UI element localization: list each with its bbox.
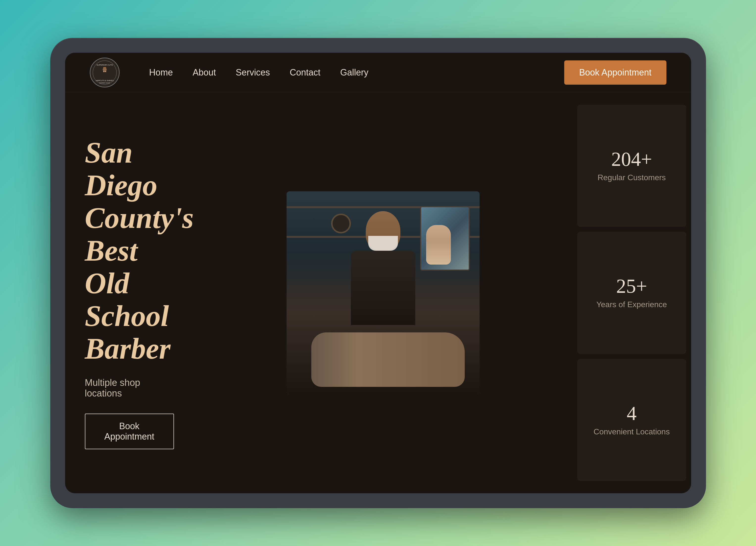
svg-text:HAIRCUTS & SHAVES: HAIRCUTS & SHAVES	[96, 80, 114, 81]
barber-figure	[343, 211, 423, 330]
mirror-prop	[420, 206, 470, 271]
barber-photo	[287, 191, 480, 394]
nav-services[interactable]: Services	[236, 67, 270, 78]
nav-home[interactable]: Home	[149, 67, 173, 78]
nav-about[interactable]: About	[193, 67, 216, 78]
hero-title: San Diego County's Best Old School Barbe…	[85, 136, 174, 365]
mirror-face	[426, 225, 451, 265]
svg-text:BARBER SHOP: BARBER SHOP	[99, 82, 110, 84]
stat-number-customers: 204+	[611, 149, 652, 169]
barber-head	[366, 211, 400, 251]
stat-card-experience: 25+ Years of Experience	[577, 232, 686, 354]
barber-torso	[351, 251, 415, 325]
hero-section: San Diego County's Best Old School Barbe…	[65, 92, 691, 493]
hero-subtitle: Multiple shop locations	[85, 377, 174, 399]
svg-text:SUPERIOR CUTS: SUPERIOR CUTS	[97, 64, 113, 66]
stat-label-experience: Years of Experience	[596, 300, 667, 309]
stat-card-customers: 204+ Regular Customers	[577, 105, 686, 227]
hero-left: San Diego County's Best Old School Barbe…	[65, 92, 194, 493]
svg-point-6	[103, 68, 107, 72]
stat-number-experience: 25+	[616, 276, 647, 296]
tablet-screen: SUPERIOR CUTS HAIRCUTS & SHAVES BARBER S…	[65, 53, 691, 493]
nav-contact[interactable]: Contact	[290, 67, 320, 78]
logo-area: SUPERIOR CUTS HAIRCUTS & SHAVES BARBER S…	[90, 58, 120, 87]
navbar-book-button[interactable]: Book Appointment	[564, 60, 666, 85]
stats-panel: 204+ Regular Customers 25+ Years of Expe…	[572, 92, 691, 493]
tablet-frame: SUPERIOR CUTS HAIRCUTS & SHAVES BARBER S…	[50, 38, 706, 508]
hero-image-area	[194, 92, 572, 493]
hero-book-button[interactable]: Book Appointment	[85, 414, 174, 449]
logo-icon: SUPERIOR CUTS HAIRCUTS & SHAVES BARBER S…	[90, 58, 120, 87]
barber-mask	[368, 236, 398, 251]
stat-number-locations: 4	[627, 403, 637, 423]
navbar: SUPERIOR CUTS HAIRCUTS & SHAVES BARBER S…	[65, 53, 691, 92]
stat-label-customers: Regular Customers	[598, 173, 666, 182]
nav-gallery[interactable]: Gallery	[340, 67, 368, 78]
stat-label-locations: Convenient Locations	[594, 427, 670, 436]
nav-links: Home About Services Contact Gallery	[149, 67, 564, 78]
client-head	[311, 332, 465, 387]
stat-card-locations: 4 Convenient Locations	[577, 359, 686, 481]
